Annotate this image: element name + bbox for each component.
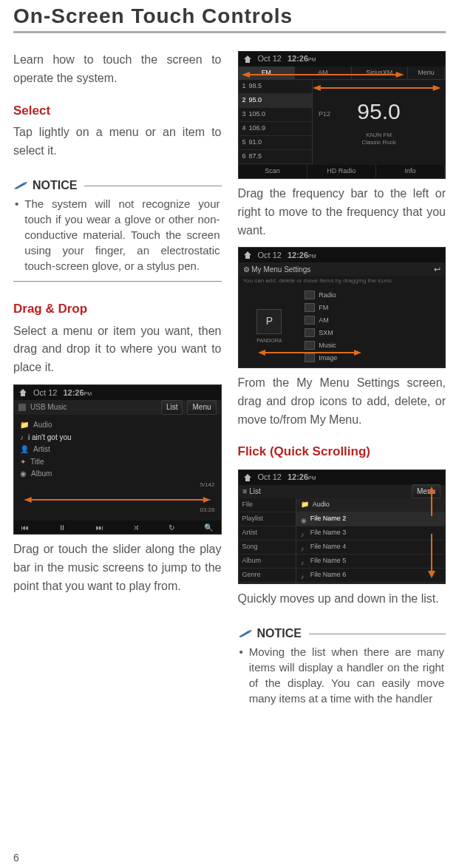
preset-row[interactable]: 198.5 (239, 80, 313, 94)
menu-item[interactable]: Radio (305, 289, 441, 302)
info-button[interactable]: Info (376, 165, 445, 178)
preset-num: 3 (242, 109, 246, 120)
preset-row[interactable]: 687.5 (239, 150, 313, 164)
status-ampm: PM (308, 254, 316, 259)
file-list[interactable]: 📁Audio ◉File Name 2 ♪File Name 3 ♪File N… (296, 498, 445, 583)
drag-drop-heading: Drag & Drop (13, 299, 222, 319)
preset-num: 2 (242, 95, 246, 106)
station-id: KNJN FM (313, 132, 445, 139)
menu-item[interactable]: Music (305, 339, 441, 352)
playback-controls: ⏮ ⏸ ⏭ ⤭ ↻ 🔍 (14, 521, 221, 534)
status-time: 12:26 (63, 388, 84, 397)
current-frequency: 95.0 (313, 95, 445, 129)
list-header: 📁Audio (296, 498, 445, 512)
meta-artist: Artist (33, 444, 50, 455)
status-date: Oct 12 (33, 387, 57, 399)
tab-siriusxm[interactable]: SiriusXM (352, 67, 409, 79)
progress-track[interactable] (24, 499, 211, 501)
pandora-tile[interactable]: P (256, 309, 282, 334)
flick-caption: Quickly moves up and down in the list. (238, 590, 446, 608)
item-label: File Name 3 (310, 528, 347, 538)
search-button[interactable]: 🔍 (201, 522, 216, 534)
station-genre: Classic Rock (313, 139, 445, 146)
status-date: Oct 12 (258, 249, 282, 262)
pandora-label: PANDORA (256, 337, 282, 345)
header-label: Audio (313, 500, 330, 510)
pencil-icon (238, 629, 253, 638)
item-label: Music (319, 341, 336, 351)
preset-row[interactable]: 4106.9 (239, 122, 313, 136)
item-label: File Name 2 (310, 514, 347, 524)
back-button[interactable]: ↩ (434, 263, 441, 276)
tab-fm[interactable]: FM (239, 67, 296, 79)
preset-freq: 106.9 (249, 123, 266, 134)
repeat-button[interactable]: ↻ (166, 522, 177, 534)
track-count: 5/142 (20, 481, 215, 489)
item-label: File Name 6 (310, 570, 347, 580)
list-item[interactable]: ◉File Name 2 (296, 512, 445, 526)
preset-num: 4 (242, 123, 246, 134)
status-ampm: PM (308, 57, 316, 62)
category-label: Audio (33, 419, 52, 431)
item-label: SXM (319, 328, 333, 339)
preset-row[interactable]: 3105.0 (239, 108, 313, 122)
notice-text: Moving the list when there are many item… (249, 644, 444, 706)
status-date: Oct 12 (258, 471, 282, 484)
menu-item[interactable]: AM (305, 314, 441, 327)
next-button[interactable]: ⏭ (93, 522, 106, 534)
menu-item[interactable]: SXM (305, 327, 441, 339)
hd-radio-button[interactable]: HD Radio (307, 165, 376, 178)
preset-row[interactable]: 295.0 (239, 94, 313, 108)
menu-button[interactable]: Menu (187, 400, 216, 415)
menu-item[interactable]: FM (305, 302, 441, 314)
folder-icon: 📁 (301, 500, 309, 510)
home-icon (243, 473, 252, 482)
usb-icon (18, 404, 26, 411)
home-icon (18, 388, 27, 397)
fm-icon (305, 303, 315, 312)
category-item[interactable]: File (239, 498, 296, 512)
person-icon: 👤 (20, 444, 29, 455)
list-item[interactable]: ♪File Name 6 (296, 569, 445, 583)
category-item[interactable]: Playlist (239, 512, 296, 526)
category-item[interactable]: Song (239, 540, 296, 555)
category-item[interactable]: Album (239, 555, 296, 569)
pause-button[interactable]: ⏸ (55, 522, 69, 534)
list-item[interactable]: ♪File Name 3 (296, 526, 445, 540)
status-ampm: PM (308, 475, 316, 481)
prev-button[interactable]: ⏮ (18, 522, 32, 534)
menu-button[interactable]: Menu (408, 67, 445, 79)
home-icon (243, 55, 252, 64)
preset-list: 198.5 295.0 3105.0 4106.9 591.0 687.5 (239, 80, 313, 165)
status-ampm: PM (84, 391, 92, 396)
image-icon (305, 353, 315, 362)
category-item[interactable]: Genre (239, 569, 296, 583)
radio-icon (305, 291, 315, 299)
list-button[interactable]: List (161, 400, 183, 415)
item-label: File Name 5 (310, 556, 347, 566)
list-item[interactable]: ♪File Name 5 (296, 555, 445, 569)
bullet-dot-icon: • (239, 644, 243, 706)
notice-heading: NOTICE (238, 625, 302, 643)
page-number: 6 (13, 852, 19, 864)
menu-item[interactable]: Image (305, 352, 441, 365)
intro-text: Learn how to touch the screen to operate… (13, 51, 222, 88)
list-item[interactable]: ♪File Name 4 (296, 540, 445, 555)
category-item[interactable]: Artist (239, 526, 296, 540)
notice-heading: NOTICE (13, 177, 77, 195)
notice-label: NOTICE (33, 177, 77, 195)
shuffle-button[interactable]: ⤭ (130, 522, 142, 534)
radio-caption: Drag the frequency bar to the left or ri… (238, 185, 446, 240)
flick-heading: Flick (Quick Scrolling) (238, 442, 446, 461)
preset-freq: 105.0 (249, 109, 266, 120)
item-label: AM (319, 316, 329, 326)
preset-row[interactable]: 591.0 (239, 136, 313, 150)
status-time: 12:26 (288, 54, 308, 63)
preset-freq: 98.5 (249, 81, 262, 92)
tab-am[interactable]: AM (295, 67, 352, 79)
menu-button[interactable]: Menu (412, 484, 441, 499)
scan-button[interactable]: Scan (239, 165, 307, 178)
music-note-icon: ♪ (301, 530, 307, 536)
preset-page: P12 (319, 109, 330, 120)
right-column: Oct 12 12:26PM FM AM SiriusXM Menu (238, 51, 446, 718)
